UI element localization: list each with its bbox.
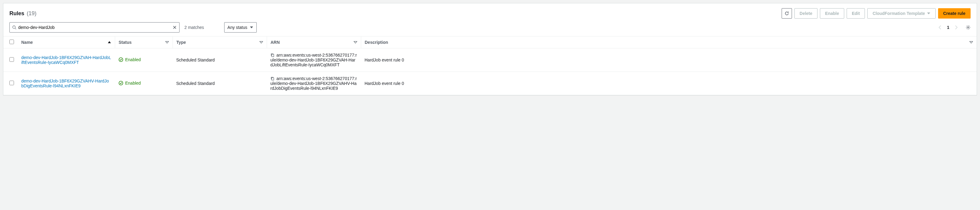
description-cell: HardJob event rule 0 bbox=[364, 58, 404, 63]
sort-asc-icon[interactable] bbox=[108, 40, 111, 44]
rule-name-link[interactable]: demo-dev-HardJob-1BF6X29GZVAH-HardJobLif… bbox=[21, 55, 111, 65]
status-ok-icon bbox=[118, 57, 123, 62]
column-header-description[interactable]: Description bbox=[365, 40, 388, 45]
next-page-icon[interactable] bbox=[954, 25, 958, 30]
prev-page-icon[interactable] bbox=[938, 25, 943, 30]
search-icon bbox=[12, 25, 16, 29]
panel-title-count: (19) bbox=[27, 10, 37, 17]
svg-rect-8 bbox=[272, 78, 274, 80]
status-ok-icon bbox=[118, 81, 123, 85]
caret-down-icon bbox=[927, 11, 931, 15]
cloudformation-template-button[interactable]: CloudFormation Template bbox=[867, 8, 935, 19]
filter-icon[interactable] bbox=[259, 40, 263, 44]
panel-header: Rules (19) Delete Enable Edit CloudForma… bbox=[3, 3, 977, 22]
row-checkbox[interactable] bbox=[10, 81, 14, 85]
panel-title: Rules bbox=[10, 10, 24, 17]
rules-panel: Rules (19) Delete Enable Edit CloudForma… bbox=[3, 3, 977, 95]
status-cell: Enabled bbox=[118, 57, 141, 62]
edit-button[interactable]: Edit bbox=[846, 8, 865, 19]
gear-icon[interactable] bbox=[966, 25, 970, 30]
copy-icon[interactable] bbox=[270, 76, 275, 81]
enable-button[interactable]: Enable bbox=[820, 8, 844, 19]
column-header-name[interactable]: Name bbox=[21, 40, 33, 45]
status-filter-label: Any status bbox=[228, 25, 247, 30]
pagination: 1 bbox=[938, 25, 970, 30]
clear-search-icon[interactable] bbox=[173, 25, 177, 29]
column-header-type[interactable]: Type bbox=[177, 40, 186, 45]
refresh-icon bbox=[784, 11, 789, 16]
status-label: Enabled bbox=[125, 81, 141, 85]
refresh-button[interactable] bbox=[782, 8, 792, 19]
create-rule-button[interactable]: Create rule bbox=[938, 8, 970, 19]
table-row: demo-dev-HardJob-1BF6X29GZVAHV-HardJobDi… bbox=[3, 72, 977, 95]
cloudformation-template-label: CloudFormation Template bbox=[872, 11, 925, 16]
status-cell: Enabled bbox=[118, 81, 141, 85]
svg-line-1 bbox=[15, 28, 16, 29]
rules-table: Name Status Type bbox=[3, 36, 977, 95]
caret-down-icon bbox=[250, 26, 253, 29]
svg-point-0 bbox=[13, 26, 16, 29]
column-header-arn[interactable]: ARN bbox=[270, 40, 280, 45]
filter-icon[interactable] bbox=[353, 40, 357, 44]
arn-text: arn:aws:events:us-west-2:536766270177:ru… bbox=[270, 53, 357, 67]
description-cell: HardJob event rule 0 bbox=[364, 81, 404, 86]
arn-text: arn:aws:events:us-west-2:536766270177:ru… bbox=[270, 76, 357, 91]
delete-button[interactable]: Delete bbox=[794, 8, 818, 19]
match-count: 2 matches bbox=[185, 25, 204, 30]
filter-icon[interactable] bbox=[969, 40, 973, 44]
status-label: Enabled bbox=[125, 57, 141, 62]
row-checkbox[interactable] bbox=[10, 57, 14, 62]
rule-name-link[interactable]: demo-dev-HardJob-1BF6X29GZVAHV-HardJobDi… bbox=[21, 79, 109, 88]
copy-icon[interactable] bbox=[270, 53, 275, 57]
type-cell: Scheduled Standard bbox=[176, 58, 215, 63]
status-filter-select[interactable]: Any status bbox=[224, 22, 257, 32]
current-page: 1 bbox=[947, 25, 949, 30]
svg-point-4 bbox=[967, 27, 969, 28]
table-row: demo-dev-HardJob-1BF6X29GZVAH-HardJobLif… bbox=[3, 48, 977, 72]
filter-icon[interactable] bbox=[165, 40, 169, 44]
svg-rect-6 bbox=[272, 54, 274, 57]
search-input[interactable] bbox=[16, 25, 173, 30]
select-all-checkbox[interactable] bbox=[10, 40, 14, 44]
filter-bar: 2 matches Any status 1 bbox=[3, 22, 977, 36]
search-input-wrap[interactable] bbox=[10, 22, 180, 32]
type-cell: Scheduled Standard bbox=[176, 81, 215, 86]
column-header-status[interactable]: Status bbox=[119, 40, 132, 45]
